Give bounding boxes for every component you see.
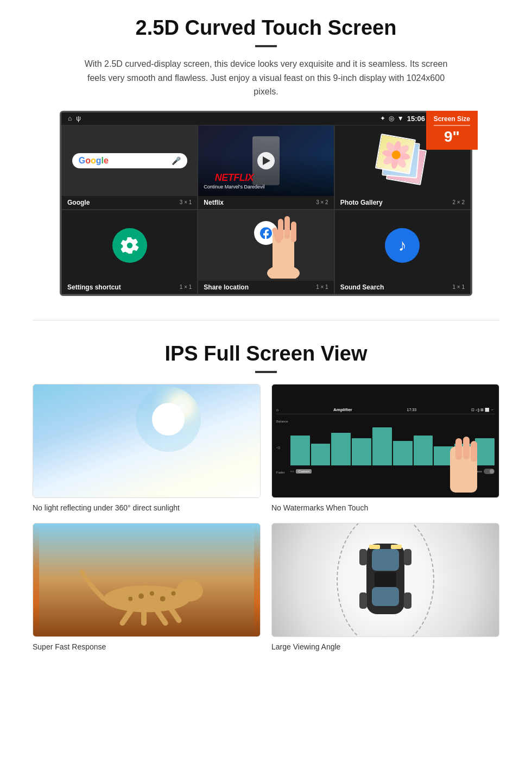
amp-home-icon: ⌂ [276, 408, 278, 412]
status-time: 15:06 [407, 115, 425, 123]
amp-bar-3 [331, 433, 351, 465]
svg-point-26 [138, 594, 144, 599]
car-viewing-circle [337, 523, 434, 637]
svg-point-25 [176, 580, 203, 602]
section-divider [33, 320, 499, 320]
settings-app-inner [62, 210, 197, 281]
badge-label: Screen Size [434, 115, 470, 123]
share-location-label-name: Share location [204, 283, 249, 291]
google-app-cell[interactable]: Google 🎤 Google 3 × 1 [61, 125, 198, 210]
flower-svg [376, 135, 416, 174]
google-label-row: Google 3 × 1 [62, 196, 197, 209]
amp-bar-fill-2 [311, 444, 331, 465]
amp-toggle-knob [490, 469, 494, 474]
cheetah-svg [33, 523, 260, 636]
section-curved-screen: 2.5D Curved Touch Screen With 2.5D curve… [0, 0, 532, 314]
google-label-size: 3 × 1 [180, 199, 192, 205]
google-app-inner: Google 🎤 [62, 125, 197, 196]
sound-search-inner: ♪ [335, 210, 470, 281]
amp-bar-7 [414, 436, 433, 465]
usb-icon: ψ [76, 115, 81, 122]
netflix-app-inner: NETFLIX Continue Marvel's Daredevil [198, 125, 333, 196]
gallery-stack [378, 136, 427, 185]
title-underline [255, 45, 277, 47]
ips-caption-sunlight: No light reflecting under 360° direct su… [33, 503, 261, 512]
amp-bar-fill-7 [414, 436, 433, 465]
settings-label-size: 1 × 1 [180, 284, 192, 290]
svg-point-28 [128, 596, 132, 601]
ips-item-amplifier: ⌂ Amplifier 17:33 ⊡ ◁) ⊠ ⬜ ← Balance ◁) … [271, 384, 499, 512]
google-logo: Google [79, 156, 109, 166]
gear-icon [120, 236, 140, 255]
netflix-logo-text: NETFLIX [204, 172, 264, 184]
badge-size: 9" [434, 128, 470, 146]
photo-gallery-label-name: Photo Gallery [340, 199, 383, 206]
amp-bar-fill-1 [290, 436, 310, 465]
ips-sunlight-image [33, 384, 261, 498]
ips-item-cheetah: Super Fast Response [33, 523, 261, 651]
netflix-label-size: 3 × 2 [316, 199, 328, 205]
netflix-app-cell[interactable]: NETFLIX Continue Marvel's Daredevil Netf… [198, 125, 334, 210]
share-location-cell[interactable]: Share location 1 × 1 [198, 210, 334, 294]
ips-item-car: Large Viewing Angle [271, 523, 499, 651]
car-container [358, 533, 413, 627]
settings-app-cell[interactable]: Settings shortcut 1 × 1 [61, 210, 198, 294]
ips-caption-car: Large Viewing Angle [271, 642, 499, 651]
hand-svg [262, 213, 305, 279]
amp-bar-5 [372, 427, 392, 465]
netflix-label-row: Netflix 3 × 2 [198, 196, 333, 209]
section-ips: IPS Full Screen View [0, 326, 532, 667]
status-left: ⌂ ψ [68, 115, 81, 122]
amp-title: Amplifier [333, 407, 352, 412]
cheetah-bg [33, 523, 260, 636]
amp-balance-label: Balance [276, 420, 288, 423]
settings-label-name: Settings shortcut [67, 283, 121, 291]
share-location-inner [198, 210, 333, 281]
amp-bar-fill-3 [331, 433, 351, 465]
ips-caption-cheetah: Super Fast Response [33, 642, 261, 651]
amp-custom-area: << Custom [290, 470, 313, 473]
amp-loudness-toggle[interactable] [484, 469, 495, 474]
amp-bar-2 [311, 444, 331, 465]
hand-pointing-overlay [262, 213, 305, 281]
svg-rect-15 [291, 222, 296, 242]
amp-volume-label: ◁) [276, 445, 288, 449]
wifi-icon: ▼ [397, 115, 404, 122]
badge-divider [434, 125, 470, 126]
music-note-icon: ♪ [398, 236, 407, 255]
ips-caption-watermarks: No Watermarks When Touch [271, 503, 499, 512]
google-search-bar[interactable]: Google 🎤 [72, 153, 187, 168]
amp-sidebar: Balance ◁) Fader [276, 420, 290, 474]
amp-time: 17:33 [407, 408, 417, 412]
home-icon: ⌂ [68, 115, 72, 122]
ips-grid: No light reflecting under 360° direct su… [33, 384, 499, 651]
google-label-name: Google [67, 199, 90, 206]
amp-bar-fill-4 [352, 438, 371, 465]
section1-title: 2.5D Curved Touch Screen [33, 16, 499, 40]
ips-item-sunlight: No light reflecting under 360° direct su… [33, 384, 261, 512]
share-location-label-size: 1 × 1 [316, 284, 328, 290]
amp-hand-svg [445, 436, 483, 495]
photo-gallery-label-size: 2 × 2 [452, 199, 465, 205]
sound-search-cell[interactable]: ♪ Sound Search 1 × 1 [334, 210, 471, 294]
amp-prev-icon: << [290, 470, 294, 473]
ips-title-underline [255, 371, 277, 373]
svg-rect-21 [463, 437, 470, 459]
location-icon: ◎ [389, 115, 394, 122]
app-grid-top: Google 🎤 Google 3 × 1 [61, 125, 471, 210]
amp-bar-4 [352, 438, 371, 465]
device-mockup: Screen Size 9" ⌂ ψ ✦ ◎ ▼ 15:06 ⊡ ◁) ⊠ [60, 111, 472, 296]
svg-point-18 [152, 403, 185, 436]
ips-car-image [271, 523, 499, 637]
sound-search-label-row: Sound Search 1 × 1 [335, 281, 470, 294]
svg-rect-20 [455, 438, 462, 460]
amp-fader-label: Fader [276, 471, 288, 474]
amp-custom-label[interactable]: Custom [296, 469, 312, 474]
app-grid-bottom: Settings shortcut 1 × 1 [61, 210, 471, 294]
section1-description: With 2.5D curved-display screen, this de… [76, 57, 456, 99]
screen-size-badge: Screen Size 9" [426, 111, 478, 150]
play-button[interactable] [257, 152, 275, 169]
svg-point-30 [172, 591, 176, 596]
sound-search-label-size: 1 × 1 [452, 284, 465, 290]
svg-point-27 [150, 591, 154, 596]
